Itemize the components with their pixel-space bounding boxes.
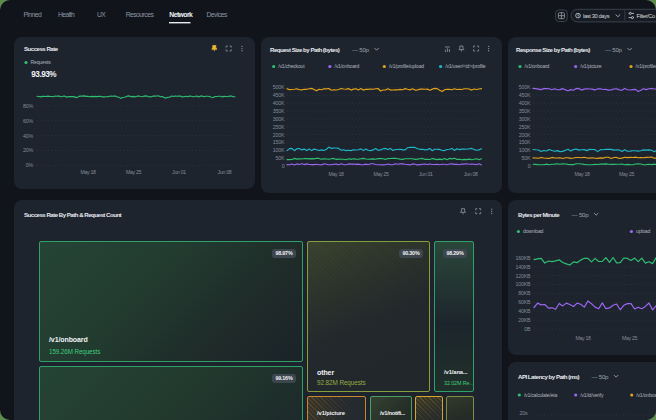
svg-text:Success Rate: Success Rate [24,45,59,52]
svg-text:350K: 350K [519,108,531,114]
svg-text:API Latency by Path (ms): API Latency by Path (ms) [518,373,580,380]
svg-text:20KB: 20KB [518,317,531,323]
svg-text:140KB: 140KB [515,264,531,270]
svg-text:0%: 0% [26,162,34,168]
svg-text:40KB: 40KB [518,308,531,314]
svg-text:93.93%: 93.93% [31,70,57,79]
svg-text:May 18: May 18 [328,171,344,177]
svg-text:Jun 01: Jun 01 [419,171,433,177]
svg-text:80%: 80% [23,103,33,109]
svg-text:May 25: May 25 [126,169,142,175]
svg-text:300K: 300K [519,116,531,122]
svg-text:May 25: May 25 [622,335,638,341]
svg-text:160KB: 160KB [515,255,531,261]
svg-text:download: download [523,228,544,234]
svg-text:/v1/calculate/eta: /v1/calculate/eta [524,392,558,398]
svg-text:/v1/user/<id>/profile: /v1/user/<id>/profile [445,63,486,69]
svg-text:Requests: Requests [31,59,52,65]
svg-text:20s: 20s [520,410,528,416]
svg-text:May 18: May 18 [575,335,591,341]
svg-text:— 50p: — 50p [572,211,590,218]
svg-text:40%: 40% [23,133,33,139]
svg-text:500K: 500K [519,84,531,90]
svg-text:Filter/Co: Filter/Co [637,13,655,19]
svg-text:Jun 01: Jun 01 [172,169,186,175]
svg-text:250K: 250K [519,124,531,130]
svg-text:50K: 50K [522,155,531,161]
svg-text:/v1/profile/upload: /v1/profile/upload [636,63,656,69]
svg-text:May 18: May 18 [574,171,590,177]
svg-text:UX: UX [97,11,106,18]
svg-text:350K: 350K [273,108,285,114]
svg-text:— 50p: — 50p [352,46,370,53]
svg-text:400K: 400K [273,100,285,106]
svg-text:100K: 100K [519,147,531,153]
svg-text:80KB: 80KB [518,290,531,296]
svg-text:/v1/profile/upload: /v1/profile/upload [389,63,424,69]
svg-text:/v1/onboard: /v1/onboard [636,392,656,398]
svg-text:150K: 150K [273,139,285,145]
svg-text:250K: 250K [273,124,285,130]
svg-text:May 25: May 25 [619,171,635,177]
svg-text:150K: 150K [519,139,531,145]
svg-text:Bytes per Minute: Bytes per Minute [518,211,560,218]
svg-text:Network: Network [169,11,193,18]
svg-text:— 50p: — 50p [592,373,610,380]
svg-text:/v1/onboard: /v1/onboard [335,63,360,69]
svg-text:0B: 0B [524,326,531,332]
svg-text:/v1/id/verify: /v1/id/verify [580,392,604,398]
svg-text:Request Size by Path (bytes): Request Size by Path (bytes) [270,46,340,53]
svg-text:300K: 300K [273,116,285,122]
svg-text:May 25: May 25 [373,171,389,177]
svg-text:/v1/checkout: /v1/checkout [278,63,305,69]
svg-text:450K: 450K [519,92,531,98]
svg-text:Resources: Resources [126,11,155,18]
svg-text:upload: upload [636,228,650,234]
svg-text:0: 0 [282,163,285,169]
svg-text:Health: Health [58,11,75,18]
svg-text:100K: 100K [273,147,285,153]
svg-text:Jun 08: Jun 08 [464,171,478,177]
svg-text:Pinned: Pinned [23,11,42,18]
svg-text:200K: 200K [273,132,285,138]
svg-text:Response Size by Path (bytes): Response Size by Path (bytes) [516,46,590,53]
svg-text:120KB: 120KB [515,273,531,279]
svg-text:/v1/onboard: /v1/onboard [525,63,550,69]
svg-text:60KB: 60KB [518,299,531,305]
svg-text:450K: 450K [273,92,285,98]
svg-text:500K: 500K [273,84,285,90]
svg-text:60%: 60% [23,118,33,124]
svg-text:400K: 400K [519,100,531,106]
svg-text:20%: 20% [23,147,33,153]
svg-text:May 18: May 18 [80,169,96,175]
svg-text:100KB: 100KB [515,281,531,287]
svg-text:/v1/picture: /v1/picture [580,63,602,69]
svg-text:Devices: Devices [207,11,228,18]
svg-text:50K: 50K [276,155,285,161]
svg-text:last 30 days: last 30 days [583,13,610,19]
svg-text:Jun 08: Jun 08 [218,169,232,175]
svg-text:0: 0 [528,163,531,169]
svg-text:200K: 200K [519,132,531,138]
svg-text:— 50p: — 50p [605,46,623,53]
